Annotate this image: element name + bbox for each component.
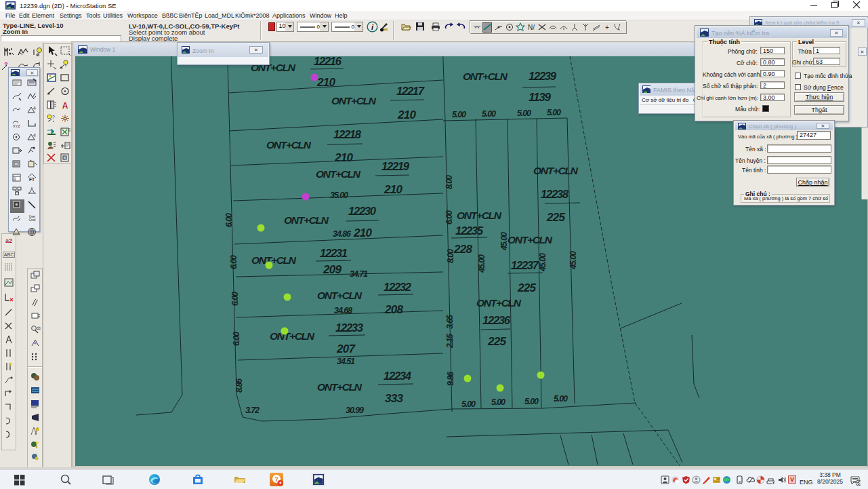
svg-text:333: 333 [385,392,404,405]
svg-text:5.00: 5.00 [517,109,531,118]
svg-text:5.00: 5.00 [554,394,568,404]
svg-text:35.00: 35.00 [330,191,348,200]
svg-text:12232: 12232 [384,281,411,293]
svg-text:45.00: 45.00 [569,251,578,270]
svg-text:⚖: ⚖ [37,326,41,330]
svg-text:2.15: 2.15 [445,333,455,349]
svg-text:12237: 12237 [511,259,539,271]
svg-text:ONT+CLN: ONT+CLN [266,139,312,151]
svg-text:ONT+CLN: ONT+CLN [317,381,363,393]
svg-text:30.99: 30.99 [346,406,364,415]
svg-text:3.65: 3.65 [445,314,455,329]
svg-text:?: ? [52,115,55,119]
svg-text:225: 225 [546,211,566,224]
svg-text:6.00: 6.00 [229,255,239,269]
svg-text:12233: 12233 [335,321,363,334]
svg-text:34.51: 34.51 [337,357,355,366]
svg-text:ONT+CLN: ONT+CLN [284,214,329,226]
svg-text:ONT+CLN: ONT+CLN [331,95,377,106]
svg-text:12235: 12235 [455,224,484,237]
svg-text:228: 228 [453,243,473,256]
svg-text:ONT+CLN: ONT+CLN [508,234,553,246]
svg-text:6.00: 6.00 [230,292,240,306]
svg-text:210: 210 [353,227,373,239]
svg-text:6.00: 6.00 [232,332,241,346]
svg-text:ONT+CLN: ONT+CLN [317,290,363,301]
svg-text:12236: 12236 [482,314,511,326]
svg-text:FT: FT [29,177,35,182]
svg-text:208: 208 [384,303,404,316]
svg-text:3.72: 3.72 [245,406,260,415]
svg-text:ONT+CLN: ONT+CLN [457,210,502,221]
svg-text:9.86: 9.86 [446,371,455,386]
svg-text:ONT+CLN: ONT+CLN [476,297,522,309]
svg-text:4: 4 [33,106,36,111]
svg-text:ONT+CLN: ONT+CLN [463,71,508,82]
svg-text:45.00: 45.00 [477,254,487,273]
svg-text:i: i [371,23,374,31]
svg-text:12234: 12234 [384,370,411,382]
svg-text:225: 225 [487,335,507,348]
svg-text:34.86: 34.86 [333,229,352,239]
svg-text:210: 210 [384,183,403,196]
svg-text:210: 210 [334,151,354,164]
svg-text:12238: 12238 [541,188,569,200]
svg-text:ONT+CLN: ONT+CLN [251,254,297,266]
svg-text:XYZ: XYZ [13,124,20,128]
svg-text:2: 2 [37,52,40,57]
svg-text:210: 210 [316,76,336,89]
svg-text:12216: 12216 [314,56,342,67]
svg-text:7: 7 [274,476,278,483]
svg-text:12239: 12239 [529,70,557,82]
svg-text:4: 4 [33,133,36,138]
svg-text:ONT+CLN: ONT+CLN [270,330,315,342]
svg-text:210: 210 [397,109,417,121]
svg-text:12231: 12231 [320,247,348,259]
svg-text:34.68: 34.68 [334,306,352,315]
svg-text:45.00: 45.00 [499,232,509,251]
svg-text:12217: 12217 [396,85,425,97]
svg-text:12230: 12230 [348,205,377,217]
svg-text:8.00: 8.00 [446,249,455,263]
svg-text:5.00: 5.00 [547,108,561,117]
svg-text:5.00: 5.00 [524,397,539,406]
svg-text:5.00: 5.00 [482,109,496,119]
svg-text:5.00: 5.00 [452,110,466,119]
svg-text:6.00: 6.00 [445,210,454,224]
svg-text:209: 209 [323,263,342,276]
svg-text:1139: 1139 [529,91,552,104]
svg-text:5.00: 5.00 [491,397,505,407]
svg-text:8.00: 8.00 [445,175,454,189]
svg-text:ONT+CLN: ONT+CLN [533,165,579,176]
svg-text:8.86: 8.86 [234,378,244,393]
svg-text:34.71: 34.71 [350,269,368,279]
svg-text:ONT+CLN: ONT+CLN [316,168,361,180]
svg-text:5.00: 5.00 [461,399,476,409]
svg-text:45.00: 45.00 [538,253,547,272]
svg-text:207: 207 [336,343,356,355]
svg-text:6.00: 6.00 [224,213,234,227]
svg-text:6: 6 [857,481,860,486]
svg-text:12219: 12219 [381,160,410,172]
svg-text:225: 225 [517,281,537,294]
svg-text:12218: 12218 [333,128,362,140]
